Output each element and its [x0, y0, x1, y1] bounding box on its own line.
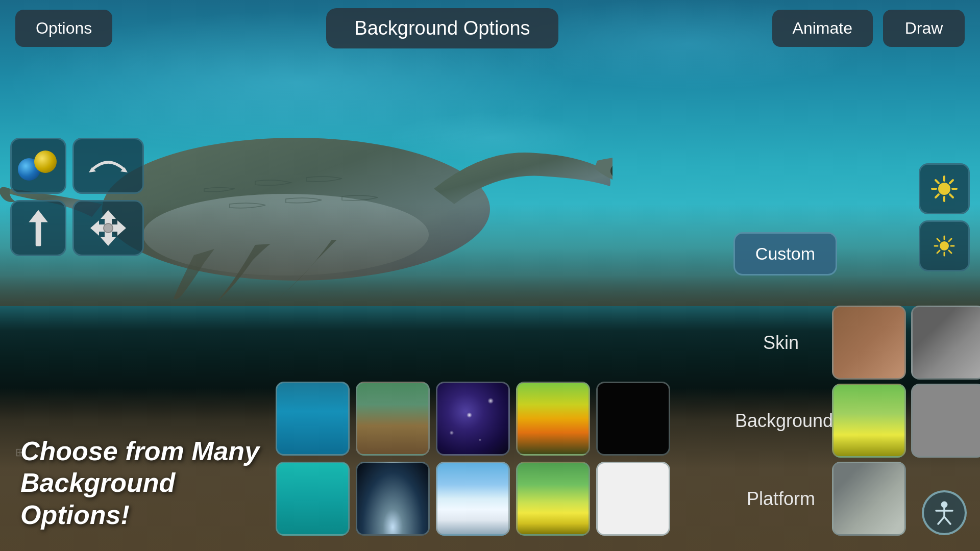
- svg-line-33: [950, 194, 953, 197]
- bg-tile-sunset[interactable]: [516, 382, 590, 456]
- color-picker-button[interactable]: [10, 138, 66, 194]
- accessibility-button[interactable]: [919, 487, 970, 538]
- top-right-buttons: Animate Draw: [772, 10, 965, 47]
- bottom-ui: Choose from Many Background Options! Ski…: [0, 296, 980, 551]
- animate-button[interactable]: Animate: [772, 10, 873, 47]
- description-main: Choose from Many Background Options!: [20, 435, 276, 531]
- svg-line-49: [944, 517, 950, 524]
- svg-line-44: [937, 251, 940, 253]
- height-button[interactable]: [10, 200, 66, 256]
- custom-button[interactable]: Custom: [733, 232, 837, 276]
- skin-row: Skin: [735, 306, 980, 380]
- svg-point-36: [940, 241, 949, 251]
- svg-marker-17: [29, 210, 47, 222]
- svg-line-42: [949, 251, 951, 253]
- svg-line-41: [937, 239, 940, 241]
- skin-tile-1[interactable]: [832, 306, 906, 380]
- move-button[interactable]: [72, 200, 144, 256]
- brightness-high-button[interactable]: [919, 163, 970, 214]
- bg-tile-ocean[interactable]: [276, 382, 350, 456]
- background-grid: [276, 382, 670, 536]
- accessibility-icon: [922, 490, 967, 535]
- platform-tile-1[interactable]: [832, 462, 906, 536]
- bg-tile-spotlight[interactable]: [356, 462, 430, 536]
- color-balls: [18, 151, 59, 181]
- svg-rect-18: [35, 221, 41, 246]
- svg-line-43: [949, 239, 951, 241]
- description-text: Choose from Many Background Options!: [20, 435, 276, 531]
- bg-tile-black[interactable]: [596, 382, 670, 456]
- draw-button[interactable]: Draw: [883, 10, 965, 47]
- right-controls: [919, 163, 970, 271]
- brightness-low-button[interactable]: [919, 220, 970, 271]
- left-controls: [10, 138, 144, 256]
- bg-tile-greensky[interactable]: [516, 462, 590, 536]
- svg-line-48: [938, 517, 944, 524]
- rotate-button[interactable]: [72, 138, 144, 194]
- bg-tile-clouds[interactable]: [436, 462, 510, 536]
- bg-tile-coral[interactable]: [356, 382, 430, 456]
- background-tile-2[interactable]: [911, 384, 980, 458]
- bg-tile-space[interactable]: [436, 382, 510, 456]
- top-bar: Options Background Options Animate Draw: [0, 0, 980, 56]
- skin-label: Skin: [735, 332, 827, 354]
- options-button[interactable]: Options: [15, 10, 112, 47]
- svg-line-32: [936, 180, 939, 183]
- ctrl-row-top: [10, 138, 144, 194]
- svg-line-34: [950, 180, 953, 183]
- background-tile-1[interactable]: [832, 384, 906, 458]
- background-row: Background: [735, 384, 980, 458]
- skin-tile-2[interactable]: [911, 306, 980, 380]
- background-label: Background: [735, 410, 827, 432]
- svg-rect-26: [104, 224, 112, 232]
- yellow-ball: [34, 151, 57, 173]
- svg-point-45: [941, 502, 947, 508]
- svg-line-35: [936, 194, 939, 197]
- bg-tile-white[interactable]: [596, 462, 670, 536]
- bg-tile-teal[interactable]: [276, 462, 350, 536]
- platform-label: Platform: [735, 488, 827, 510]
- page-title: Background Options: [326, 8, 558, 48]
- ctrl-row-bottom: [10, 200, 144, 256]
- svg-point-27: [938, 183, 950, 195]
